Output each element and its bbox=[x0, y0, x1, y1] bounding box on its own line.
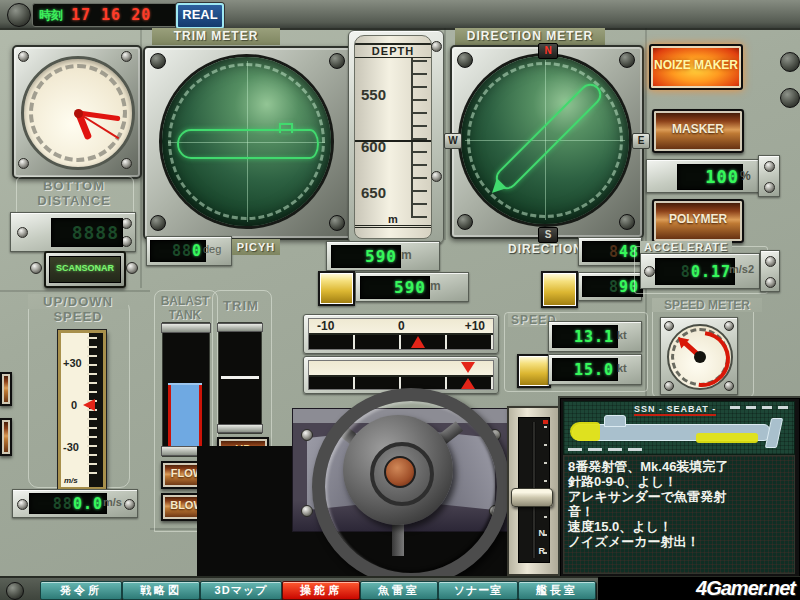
depth-current-value: 590 bbox=[365, 247, 397, 266]
ballast-label: TANK bbox=[154, 308, 216, 322]
depth-gauge: DEPTH 550 600 650 m bbox=[348, 30, 444, 244]
depth-current-display: 590 bbox=[331, 245, 401, 268]
submarine-sail bbox=[279, 123, 293, 133]
screw-icon bbox=[150, 53, 166, 69]
analog-clock bbox=[12, 45, 142, 179]
nav-button-sonar-room[interactable]: ソナー室 bbox=[438, 581, 518, 600]
rudder-pointer bbox=[411, 336, 425, 348]
clock-hub bbox=[74, 109, 83, 118]
edge-connector bbox=[0, 372, 12, 406]
speed-unit: kt bbox=[617, 329, 627, 341]
trim-cap-bottom bbox=[217, 424, 263, 433]
screw-icon bbox=[150, 215, 166, 231]
depth-current-indicator bbox=[355, 140, 431, 142]
steering-wheel[interactable] bbox=[312, 388, 484, 560]
accelerate-value: 0.17 bbox=[691, 263, 731, 281]
screw-icon bbox=[18, 51, 29, 62]
scansonar-face: SCANSONAR bbox=[49, 256, 121, 283]
bottom-distance-label: BOTTOM bbox=[16, 178, 132, 193]
scansonar-button[interactable]: SCANSONAR bbox=[44, 251, 126, 288]
nav-button-captain-room[interactable]: 艦長室 bbox=[518, 581, 596, 600]
plane-gauge-face bbox=[308, 360, 494, 390]
nav-button-3d-map[interactable]: 3Dマップ bbox=[200, 581, 282, 600]
real-time-button[interactable]: REAL bbox=[176, 3, 224, 29]
ballast-label: BALAST bbox=[154, 294, 216, 308]
updown-label: UP/DOWN bbox=[28, 294, 128, 309]
ordered-speed-button[interactable] bbox=[517, 354, 551, 388]
seabat-title: SSN - SEABAT - bbox=[634, 404, 716, 416]
gauge-tick-label: -10 bbox=[317, 319, 334, 333]
depth-unit-label: m bbox=[401, 248, 412, 262]
nav-button-torpedo-room[interactable]: 魚雷室 bbox=[360, 581, 438, 600]
bottom-distance-value: 8888 bbox=[72, 222, 119, 243]
accelerate-panel: 80.17 m/s2 bbox=[640, 253, 760, 289]
screw-icon bbox=[17, 499, 28, 510]
tank-water bbox=[168, 383, 202, 451]
gauge-scale-band bbox=[309, 375, 493, 389]
bottom-distance-panel: 8888 bbox=[10, 212, 136, 252]
depth-ordered-value: 590 bbox=[394, 278, 426, 297]
speed-ordered-display: 15.0 bbox=[552, 358, 618, 381]
logo-plate: 4Gamer.net bbox=[598, 577, 800, 600]
screw-icon bbox=[431, 41, 442, 52]
message-console: 8番発射管、Mk.46装填完了 針路0-9-0、よし！ アレキサンダーで魚雷発射… bbox=[563, 455, 795, 574]
throttle-label-r: R bbox=[539, 546, 546, 556]
clock-face bbox=[21, 56, 135, 170]
screw-icon bbox=[18, 158, 29, 169]
nav-button-control-room[interactable]: 発令所 bbox=[40, 581, 122, 600]
updown-readout-display: 880.0 bbox=[29, 493, 107, 514]
gauge-scale-band bbox=[309, 333, 493, 349]
seabat-panel: SSN - SEABAT - bbox=[563, 401, 795, 455]
masker-charge-display: 100 bbox=[677, 164, 743, 190]
time-label: 時刻 bbox=[39, 7, 63, 24]
screw-icon bbox=[7, 3, 31, 27]
speed-current-value: 13.1 bbox=[574, 328, 614, 346]
submarine-side-silhouette bbox=[177, 129, 319, 159]
screw-icon bbox=[764, 182, 775, 193]
screw-icon bbox=[124, 499, 135, 510]
noize-maker-button[interactable]: NOIZE MAKER bbox=[649, 44, 743, 90]
screw-icon bbox=[765, 256, 776, 267]
screw-icon bbox=[765, 277, 776, 288]
nav-button-helm-station[interactable]: 操舵席 bbox=[282, 581, 360, 600]
speed-meter-hub bbox=[694, 351, 706, 363]
side-tab bbox=[760, 250, 780, 292]
updown-unit: m/s bbox=[103, 496, 122, 508]
pitch-display: 880 bbox=[150, 240, 206, 262]
seabat-footer-decor bbox=[568, 448, 648, 451]
depth-current-panel: 590 m bbox=[326, 241, 440, 271]
trim-cap-top bbox=[217, 323, 263, 332]
direction-ordered-dim: 8 bbox=[609, 278, 619, 296]
updown-tick-label: +30 bbox=[63, 357, 82, 369]
nav-button-strategy-map[interactable]: 戦略図 bbox=[122, 581, 200, 600]
ordered-direction-button[interactable] bbox=[541, 271, 578, 308]
pitch-label: PICYH bbox=[232, 239, 280, 255]
plane-pointer-top bbox=[461, 362, 475, 373]
speed-ordered-panel: 15.0 kt bbox=[548, 354, 642, 385]
accelerate-unit: m/s2 bbox=[729, 263, 754, 275]
trim-meter-scope bbox=[143, 46, 354, 240]
seabat-sail bbox=[604, 415, 626, 427]
updown-label: SPEED bbox=[28, 309, 128, 324]
compass-north-badge: N bbox=[538, 43, 558, 59]
screw-icon bbox=[17, 227, 28, 238]
throttle-knob[interactable] bbox=[511, 488, 553, 507]
rudder-gauge: -10 0 +10 bbox=[303, 314, 499, 354]
updown-value: 0.0 bbox=[73, 495, 103, 513]
console-line: ノイズメーカー射出！ bbox=[568, 533, 700, 551]
screw-icon bbox=[121, 51, 132, 62]
speed-current-panel: 13.1 kt bbox=[548, 321, 642, 352]
updown-gauge: +30 0 -30 m/s bbox=[58, 330, 106, 490]
polymer-button[interactable]: POLYMER bbox=[652, 199, 744, 243]
masker-button[interactable]: MASKER bbox=[652, 109, 744, 153]
screw-icon bbox=[664, 321, 674, 331]
ordered-depth-button[interactable] bbox=[318, 271, 355, 306]
seabat-stern-highlight bbox=[696, 433, 758, 443]
screw-icon bbox=[457, 214, 473, 230]
updown-pointer bbox=[83, 399, 95, 411]
direction-crt bbox=[461, 56, 629, 224]
compass-south-badge: S bbox=[538, 227, 558, 243]
screw-icon bbox=[619, 52, 635, 68]
pitch-value: 0 bbox=[192, 242, 202, 260]
depth-title: DEPTH bbox=[355, 43, 431, 58]
